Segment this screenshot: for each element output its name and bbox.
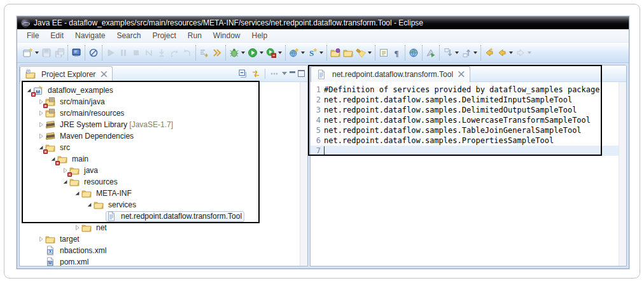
- terminate-button[interactable]: [130, 45, 143, 60]
- show-whitespace-button[interactable]: ¶: [390, 45, 403, 60]
- tree-item-net[interactable]: net: [25, 222, 307, 233]
- folder-icon: [81, 188, 92, 198]
- menu-window[interactable]: Window: [207, 30, 246, 41]
- next-annotation-button[interactable]: [442, 45, 460, 60]
- disconnect-button[interactable]: [143, 45, 155, 60]
- chevron-down-icon[interactable]: [473, 52, 477, 54]
- last-edit-location-button[interactable]: [483, 45, 496, 60]
- menu-edit[interactable]: Edit: [45, 30, 69, 41]
- tree-item-nbactions-xml[interactable]: Xnbactions.xml: [25, 245, 307, 256]
- last-edit-location-icon: [484, 48, 494, 58]
- code-line-6[interactable]: 6net.redpoint.dataflow.samples.Propertie…: [311, 135, 626, 146]
- web-browser-button[interactable]: [407, 45, 420, 60]
- tree-item-jre-system-library[interactable]: JRE System Library [JavaSE-1.7]: [25, 119, 307, 130]
- prev-annotation-button[interactable]: [460, 45, 479, 60]
- editor-content[interactable]: 1#Definition of services provided by dat…: [311, 82, 626, 266]
- open-folder-button[interactable]: [342, 45, 354, 60]
- collapse-all-icon[interactable]: [238, 69, 248, 79]
- tree-item-net-redpoint-dataflow-transform-tool[interactable]: net.redpoint.dataflow.transform.Tool: [25, 211, 307, 222]
- chevron-down-icon[interactable]: [278, 52, 282, 54]
- save-all-button[interactable]: [53, 45, 66, 60]
- code-line-2[interactable]: 2net.redpoint.dataflow.samples.Delimited…: [311, 95, 626, 105]
- expanded-arrow-icon[interactable]: [85, 200, 94, 210]
- chevron-down-icon[interactable]: [368, 52, 372, 54]
- maximize-icon[interactable]: [298, 70, 305, 77]
- code-line-4[interactable]: 4net.redpoint.dataflow.samples.Lowercase…: [311, 115, 626, 125]
- step-filters-button[interactable]: [198, 45, 211, 60]
- view-menu-icon[interactable]: [269, 69, 279, 79]
- collapsed-arrow-icon[interactable]: [37, 234, 45, 244]
- collapsed-arrow-icon[interactable]: [37, 120, 45, 130]
- explorer-toolbar: [238, 69, 307, 79]
- chevron-down-icon[interactable]: [455, 52, 459, 54]
- title-bar[interactable]: Java EE - dataflow_examples/src/main/res…: [17, 17, 629, 29]
- chevron-down-icon[interactable]: [35, 52, 39, 54]
- tree-item-meta-inf[interactable]: META-INF: [25, 188, 307, 199]
- step-over-button[interactable]: [168, 45, 181, 60]
- editor-scrollbar[interactable]: [619, 82, 626, 266]
- menu-search[interactable]: Search: [111, 30, 146, 41]
- line-text: net.redpoint.dataflow.samples.Properties…: [324, 135, 554, 146]
- menu-navigate[interactable]: Navigate: [69, 30, 111, 41]
- tree-item-label: services: [106, 200, 138, 210]
- code-line-1[interactable]: 1#Definition of services provided by dat…: [311, 85, 626, 95]
- tree-item-pom-xml[interactable]: Mpom.xml: [25, 256, 307, 266]
- tree-item-resources[interactable]: resources: [25, 176, 307, 188]
- new-service-button[interactable]: S: [306, 45, 325, 60]
- menu-help[interactable]: Help: [246, 30, 274, 41]
- step-return-button[interactable]: [181, 45, 193, 60]
- tree-item-src[interactable]: ×src: [25, 142, 307, 153]
- chevron-down-icon[interactable]: [509, 52, 513, 54]
- chevron-down-icon[interactable]: [301, 52, 305, 54]
- resume-button[interactable]: [104, 45, 117, 60]
- menu-project[interactable]: Project: [146, 30, 181, 41]
- search-button[interactable]: [354, 45, 373, 60]
- tree-item-maven-dependencies[interactable]: Maven Dependencies: [25, 130, 307, 142]
- coverage-button[interactable]: [265, 45, 283, 60]
- menu-run[interactable]: Run: [182, 30, 207, 41]
- tree-item-services[interactable]: services: [25, 199, 307, 211]
- tab-editor-file[interactable]: net.redpoint.dataflow.transform.Tool ⨉: [311, 66, 470, 82]
- chevron-down-icon[interactable]: [241, 52, 245, 54]
- code-line-5[interactable]: 5net.redpoint.dataflow.samples.TableJoin…: [311, 125, 626, 135]
- collapsed-arrow-icon[interactable]: [73, 223, 81, 233]
- tree-item-java[interactable]: ×java: [25, 165, 307, 176]
- code-line-7[interactable]: 7: [311, 146, 626, 156]
- code-line-3[interactable]: 3net.redpoint.dataflow.samples.Delimited…: [311, 105, 626, 115]
- tree-item-dataflow-examples[interactable]: M×dataflow_examples: [25, 85, 307, 96]
- tree-item-src-main-resources[interactable]: src/main/resources: [25, 107, 307, 119]
- explorer-scrollbar[interactable]: [300, 82, 307, 266]
- save-button[interactable]: [40, 45, 53, 60]
- console-button[interactable]: [70, 45, 83, 60]
- suspend-button[interactable]: [117, 45, 130, 60]
- menu-chevron-icon[interactable]: [282, 72, 287, 75]
- new-web-service-button[interactable]: [288, 45, 306, 60]
- link-with-editor-icon[interactable]: [251, 69, 261, 79]
- expanded-arrow-icon[interactable]: [61, 177, 69, 187]
- collapsed-arrow-icon[interactable]: [37, 131, 45, 141]
- external-tools-button[interactable]: [424, 45, 437, 60]
- tree-item-main[interactable]: ×main: [25, 153, 307, 165]
- tree-item-target[interactable]: target: [25, 233, 307, 245]
- import-wizard-button[interactable]: [329, 45, 342, 60]
- chevron-down-icon[interactable]: [528, 52, 531, 54]
- step-into-button[interactable]: [155, 45, 168, 60]
- back-button[interactable]: [496, 45, 514, 60]
- drop-to-frame-button[interactable]: [211, 45, 223, 60]
- tree-item-label: pom.xml: [58, 257, 90, 266]
- forward-button[interactable]: [514, 45, 533, 60]
- close-icon[interactable]: ⨉: [458, 70, 465, 79]
- menu-file[interactable]: File: [21, 30, 45, 41]
- skip-breakpoints-button[interactable]: [87, 45, 100, 60]
- run-button[interactable]: [246, 45, 265, 60]
- collapsed-arrow-icon[interactable]: [37, 108, 45, 118]
- chevron-down-icon[interactable]: [260, 52, 263, 54]
- chevron-down-icon[interactable]: [319, 52, 323, 54]
- mark-occurrences-button[interactable]: [377, 45, 390, 60]
- close-icon[interactable]: ⨉: [101, 70, 107, 79]
- tree-item-src-main-java[interactable]: ×src/main/java: [25, 96, 307, 107]
- new-wizard-button[interactable]: [22, 45, 40, 60]
- expanded-arrow-icon[interactable]: [73, 188, 81, 198]
- debug-button[interactable]: [228, 45, 246, 60]
- tab-project-explorer[interactable]: Project Explorer ⨉: [20, 66, 113, 82]
